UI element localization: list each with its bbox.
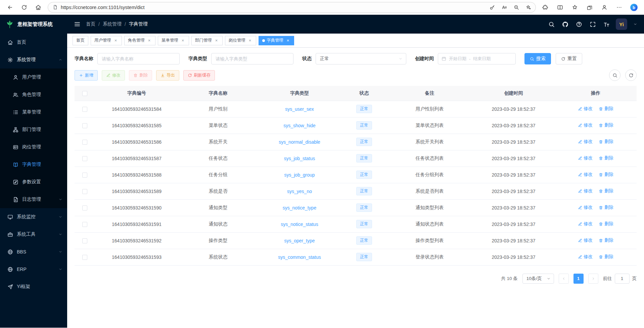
dict-type-link[interactable]: sys_yes_no: [287, 189, 312, 194]
row-edit-button[interactable]: 修改: [578, 204, 593, 210]
font-size-icon[interactable]: [603, 21, 610, 28]
fullscreen-icon[interactable]: [590, 21, 596, 28]
dict-type-link[interactable]: sys_common_status: [278, 254, 321, 260]
row-edit-button[interactable]: 修改: [578, 122, 593, 128]
row-edit-button[interactable]: 修改: [578, 254, 593, 260]
dict-type-link[interactable]: sys_oper_type: [284, 238, 315, 243]
sidebar-item-dict[interactable]: 字典管理: [0, 156, 67, 173]
browser-puzzle-button[interactable]: [539, 1, 551, 13]
row-delete-button[interactable]: 删除: [599, 254, 613, 260]
prev-page-button[interactable]: [559, 274, 569, 284]
edit-button[interactable]: 修改: [102, 70, 125, 81]
browser-read-aloud-button[interactable]: [499, 2, 509, 12]
goto-page-input[interactable]: [615, 274, 630, 284]
user-avatar[interactable]: Yi: [616, 18, 627, 30]
reset-button[interactable]: 重置: [556, 53, 582, 64]
dict-type-link[interactable]: sys_show_hide: [283, 123, 316, 128]
row-edit-button[interactable]: 修改: [578, 221, 593, 227]
tab-dept[interactable]: 部门管理×: [191, 36, 223, 45]
browser-zoom-out-button[interactable]: [511, 2, 521, 12]
tab-home[interactable]: 首页: [73, 36, 88, 45]
row-delete-button[interactable]: 删除: [599, 204, 613, 210]
row-checkbox[interactable]: [82, 255, 87, 260]
row-checkbox[interactable]: [82, 140, 87, 145]
close-icon[interactable]: ×: [214, 38, 219, 43]
sidebar-item-home[interactable]: 首页: [0, 34, 67, 51]
sidebar-item-user[interactable]: 用户管理: [0, 68, 67, 86]
row-delete-button[interactable]: 删除: [599, 155, 613, 161]
sidebar-item-role[interactable]: 角色管理: [0, 86, 67, 103]
page-size-select[interactable]: 10条/页: [522, 274, 554, 284]
tab-menu[interactable]: 菜单管理×: [158, 36, 189, 45]
tab-user[interactable]: 用户管理×: [91, 36, 122, 45]
row-delete-button[interactable]: 删除: [599, 221, 613, 227]
row-checkbox[interactable]: [82, 238, 87, 243]
row-checkbox[interactable]: [82, 173, 87, 178]
sidebar-item-config[interactable]: 参数设置: [0, 173, 67, 191]
sidebar-item-tools[interactable]: 系统工具: [0, 226, 67, 243]
browser-key-button[interactable]: [487, 2, 497, 12]
table-reload-button[interactable]: [625, 69, 637, 81]
close-icon[interactable]: ×: [113, 38, 118, 43]
browser-split-screen-button[interactable]: [554, 1, 566, 13]
row-delete-button[interactable]: 删除: [599, 172, 613, 178]
row-checkbox[interactable]: [82, 222, 87, 227]
help-icon[interactable]: [576, 21, 582, 28]
sidebar-item-monitor[interactable]: 系统监控: [0, 208, 67, 226]
delete-button[interactable]: 删除: [129, 70, 152, 81]
browser-home-button[interactable]: [32, 1, 44, 13]
sidebar-item-post[interactable]: 岗位管理: [0, 138, 67, 156]
sidebar-item-system[interactable]: 系统管理: [0, 51, 67, 68]
row-edit-button[interactable]: 修改: [578, 139, 593, 145]
row-checkbox[interactable]: [82, 123, 87, 128]
select-all-checkbox[interactable]: [82, 91, 87, 96]
dict-type-link[interactable]: sys_job_status: [284, 156, 315, 161]
browser-avatar-button[interactable]: [598, 1, 610, 13]
date-range-picker[interactable]: 开始日期 - 结束日期: [438, 53, 516, 64]
browser-collections-button[interactable]: [584, 1, 596, 13]
browser-star-plus-button[interactable]: [523, 2, 534, 12]
row-delete-button[interactable]: 删除: [599, 106, 613, 112]
dict-type-input[interactable]: [211, 53, 293, 64]
address-bar[interactable]: https://ccnetcore.com:1101/system/dict: [48, 2, 536, 13]
browser-bing-button[interactable]: b: [628, 1, 640, 13]
breadcrumb-item[interactable]: 首页: [86, 21, 95, 27]
github-icon[interactable]: [562, 21, 568, 28]
search-button[interactable]: 搜索: [524, 53, 551, 64]
tab-dict[interactable]: 字典管理×: [259, 36, 294, 45]
row-checkbox[interactable]: [82, 205, 87, 210]
row-edit-button[interactable]: 修改: [578, 155, 593, 161]
refresh-cache-button[interactable]: 刷新缓存: [183, 70, 215, 81]
row-checkbox[interactable]: [82, 107, 87, 112]
dict-type-link[interactable]: sys_notice_status: [281, 222, 318, 227]
close-icon[interactable]: ×: [247, 38, 252, 43]
sidebar-item-yi[interactable]: Yi框架: [0, 278, 67, 295]
current-page[interactable]: 1: [573, 274, 584, 284]
dict-type-link[interactable]: sys_normal_disable: [279, 139, 320, 145]
next-page-button[interactable]: [588, 274, 598, 284]
user-menu-caret-icon[interactable]: [633, 22, 637, 26]
status-select[interactable]: 正常: [316, 53, 406, 64]
row-checkbox[interactable]: [82, 189, 87, 194]
dict-name-input[interactable]: [97, 53, 180, 64]
add-button[interactable]: 新增: [75, 70, 98, 81]
row-edit-button[interactable]: 修改: [578, 172, 593, 178]
close-icon[interactable]: ×: [147, 38, 152, 43]
row-delete-button[interactable]: 删除: [599, 188, 613, 194]
browser-back-button[interactable]: [4, 1, 16, 13]
row-edit-button[interactable]: 修改: [578, 188, 593, 194]
row-checkbox[interactable]: [82, 156, 87, 161]
export-button[interactable]: 导出: [156, 70, 179, 81]
sidebar-item-bbs[interactable]: BBS: [0, 243, 67, 261]
hamburger-icon[interactable]: [74, 21, 81, 28]
tab-role[interactable]: 角色管理×: [124, 36, 155, 45]
dict-type-link[interactable]: sys_user_sex: [285, 106, 314, 112]
sidebar-item-dept[interactable]: 部门管理: [0, 121, 67, 138]
row-delete-button[interactable]: 删除: [599, 237, 613, 243]
browser-favorites-star-button[interactable]: [569, 1, 581, 13]
table-search-button[interactable]: [609, 69, 620, 81]
dict-type-link[interactable]: sys_notice_type: [283, 205, 316, 210]
row-delete-button[interactable]: 删除: [599, 139, 613, 145]
browser-reload-button[interactable]: [18, 1, 30, 13]
browser-more-horizontal-button[interactable]: [613, 1, 625, 13]
